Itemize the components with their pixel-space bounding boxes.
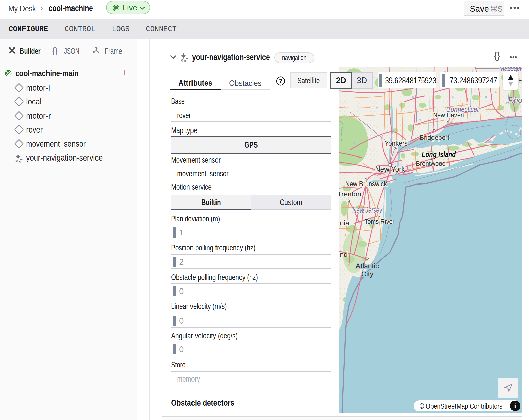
svg-text:nia: nia [340,219,349,227]
svg-text:New Jersey: New Jersey [352,206,382,214]
svg-text:Atlantic: Atlantic [356,262,379,270]
svg-text:New York: New York [375,165,405,174]
svg-text:Long Island: Long Island [422,150,456,159]
svg-text:?: ? [279,78,282,84]
svg-text:Bridgeport: Bridgeport [420,134,449,141]
svg-text:Rhode I: Rhode I [508,96,522,105]
svg-text:Connecticut: Connecticut [446,105,479,113]
svg-text:City: City [361,270,373,278]
svg-text:Trenton: Trenton [339,190,361,198]
svg-text:nd: nd [340,251,348,258]
svg-text:Prov: Prov [518,76,522,84]
svg-text:Brentwood: Brentwood [416,160,446,167]
svg-text:New Brunswick: New Brunswick [345,180,387,188]
svg-text:Yonkers: Yonkers [384,139,408,147]
svg-text:Toms River: Toms River [365,218,395,225]
